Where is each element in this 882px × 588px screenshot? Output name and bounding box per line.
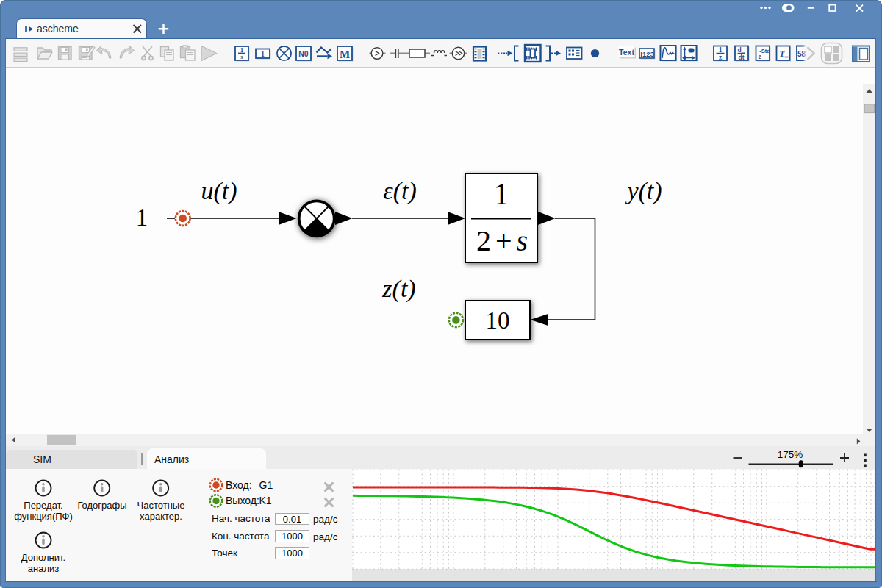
svg-text:175%: 175% — [778, 449, 803, 460]
